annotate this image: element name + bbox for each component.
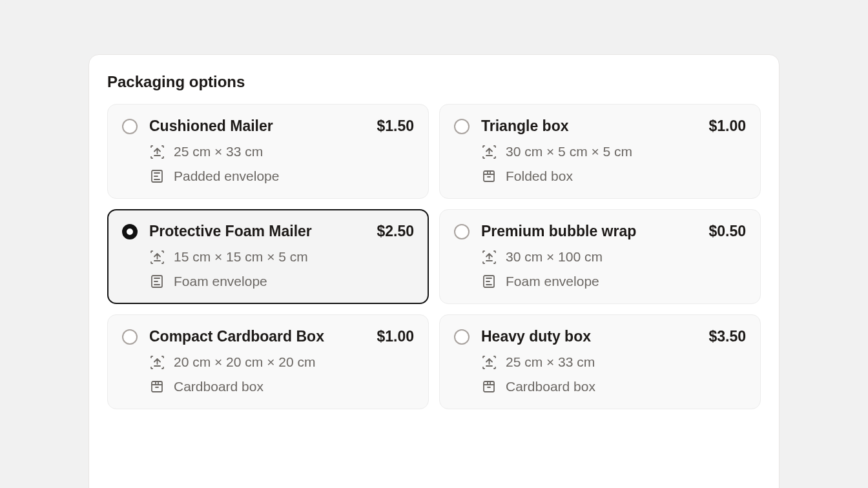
option-type: Cardboard box xyxy=(506,379,595,394)
option-premium-bubble-wrap[interactable]: Premium bubble wrap $0.50 30 cm × 100 cm… xyxy=(439,209,761,304)
dimensions-icon xyxy=(149,354,165,370)
envelope-icon xyxy=(481,274,497,289)
radio-icon xyxy=(122,119,138,134)
option-type: Folded box xyxy=(506,168,573,184)
option-dimensions: 25 cm × 33 cm xyxy=(174,144,263,159)
option-price: $0.50 xyxy=(708,223,746,240)
dimensions-icon xyxy=(481,144,497,159)
box-icon xyxy=(149,379,165,394)
option-name: Triangle box xyxy=(481,117,697,135)
option-type: Cardboard box xyxy=(174,379,264,394)
option-compact-cardboard-box[interactable]: Compact Cardboard Box $1.00 20 cm × 20 c… xyxy=(107,314,429,409)
options-grid: Cushioned Mailer $1.50 25 cm × 33 cm Pad… xyxy=(107,104,761,409)
option-dimensions: 30 cm × 100 cm xyxy=(506,249,603,265)
envelope-icon xyxy=(149,168,165,184)
option-name: Heavy duty box xyxy=(481,328,697,345)
box-icon xyxy=(481,168,497,184)
option-dimensions: 25 cm × 33 cm xyxy=(506,354,595,370)
option-price: $3.50 xyxy=(708,328,746,345)
option-heavy-duty-box[interactable]: Heavy duty box $3.50 25 cm × 33 cm Cardb… xyxy=(439,314,761,409)
radio-icon xyxy=(122,224,138,239)
option-name: Cushioned Mailer xyxy=(149,117,365,135)
radio-icon xyxy=(454,119,470,134)
radio-icon xyxy=(454,329,470,345)
option-type: Foam envelope xyxy=(174,274,267,289)
panel-title: Packaging options xyxy=(107,73,761,91)
option-name: Compact Cardboard Box xyxy=(149,328,365,345)
envelope-icon xyxy=(149,274,165,289)
option-type: Foam envelope xyxy=(506,274,599,289)
option-dimensions: 15 cm × 15 cm × 5 cm xyxy=(174,249,308,265)
option-price: $1.50 xyxy=(377,117,414,135)
option-type: Padded envelope xyxy=(174,168,279,184)
option-price: $2.50 xyxy=(377,223,414,240)
radio-icon xyxy=(122,329,138,345)
option-dimensions: 20 cm × 20 cm × 20 cm xyxy=(174,354,315,370)
option-price: $1.00 xyxy=(377,328,414,345)
option-name: Protective Foam Mailer xyxy=(149,223,365,240)
option-name: Premium bubble wrap xyxy=(481,223,697,240)
radio-icon xyxy=(454,224,470,239)
dimensions-icon xyxy=(481,249,497,265)
box-icon xyxy=(481,379,497,394)
option-triangle-box[interactable]: Triangle box $1.00 30 cm × 5 cm × 5 cm F… xyxy=(439,104,761,199)
option-cushioned-mailer[interactable]: Cushioned Mailer $1.50 25 cm × 33 cm Pad… xyxy=(107,104,429,199)
dimensions-icon xyxy=(149,144,165,159)
dimensions-icon xyxy=(149,249,165,265)
option-protective-foam-mailer[interactable]: Protective Foam Mailer $2.50 15 cm × 15 … xyxy=(107,209,429,304)
dimensions-icon xyxy=(481,354,497,370)
option-price: $1.00 xyxy=(708,117,746,135)
option-dimensions: 30 cm × 5 cm × 5 cm xyxy=(506,144,632,159)
packaging-panel: Packaging options Cushioned Mailer $1.50… xyxy=(88,54,780,488)
